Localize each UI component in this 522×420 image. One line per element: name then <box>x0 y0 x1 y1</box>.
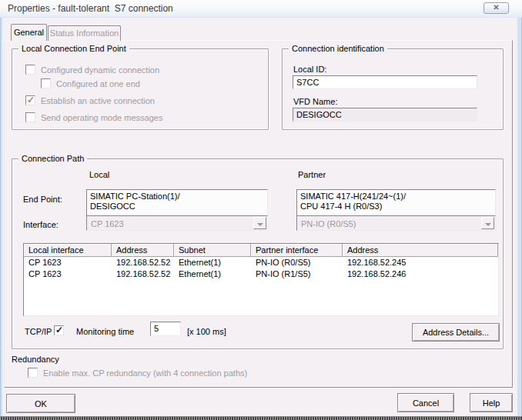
col-local-interface[interactable]: Local interface <box>24 244 112 257</box>
monitoring-time-input[interactable]: 5 <box>150 322 181 336</box>
checkbox-label: Establish an active connection <box>41 96 155 105</box>
interface-table: Local interface Address Subnet Partner i… <box>23 243 499 316</box>
cancel-button[interactable]: Cancel <box>397 393 454 412</box>
checkbox-send-operating-mode-messages[interactable]: Send operating mode messages <box>25 112 162 122</box>
interface-partner-value: PN-IO (R0/S5) <box>301 219 356 228</box>
col-subnet[interactable]: Subnet <box>174 244 251 257</box>
close-icon[interactable]: ✕ <box>484 2 509 14</box>
end-point-local-field: SIMATIC PC-Station(1)/ DESIGOCC <box>86 189 268 217</box>
monitoring-time-label: Monitoring time <box>76 327 134 337</box>
end-point-local-line1: SIMATIC PC-Station(1)/ <box>90 192 264 202</box>
tcpip-label: TCP/IP <box>25 327 52 337</box>
end-point-local-line2: DESIGOCC <box>90 202 264 212</box>
help-button[interactable]: Help <box>470 393 513 412</box>
checkbox-box[interactable] <box>25 112 35 122</box>
checkbox-label: Enable max. CP redundancy (with 4 connec… <box>43 368 247 378</box>
table-cell: 192.168.52.245 <box>343 257 498 268</box>
checkbox-label: Configured dynamic connection <box>41 65 159 75</box>
interface-partner-combobox[interactable]: PN-IO (R0/S5) <box>296 215 496 231</box>
interface-local-combobox[interactable]: CP 1623 <box>86 215 268 231</box>
interface-local-value: CP 1623 <box>91 219 124 228</box>
group-connection-identification: Connection identification Local ID: S7CC… <box>282 48 504 130</box>
group-local-connection-end-point: Local Connection End Point Configured dy… <box>12 48 269 130</box>
partner-column-label: Partner <box>298 170 326 180</box>
table-header-row: Local interface Address Subnet Partner i… <box>24 244 498 257</box>
table-cell: CP 1623 <box>24 268 112 280</box>
end-point-partner-field: SIMATIC 417-H(241/24~(1)/ CPU 417-4 H (R… <box>296 189 496 217</box>
table-cell: CP 1623 <box>24 257 112 268</box>
redundancy-title: Redundancy <box>12 355 59 365</box>
group-connection-path: Connection Path Local Partner End Point:… <box>12 158 504 349</box>
address-details-button[interactable]: Address Details... <box>412 323 500 342</box>
checkbox-enable-max-cp-redundancy[interactable]: Enable max. CP redundancy (with 4 connec… <box>28 368 247 378</box>
local-id-input[interactable]: S7CC <box>293 75 477 89</box>
checkbox-box[interactable] <box>25 65 35 75</box>
table-cell: 192.168.52.52 <box>112 268 174 280</box>
checkbox-configured-dynamic-connection[interactable]: Configured dynamic connection <box>25 65 159 75</box>
table-cell: Ethernet(1) <box>174 257 251 268</box>
tab-page-general: Local Connection End Point Configured dy… <box>4 40 513 388</box>
local-id-label: Local ID: <box>293 65 326 75</box>
col-partner-interface[interactable]: Partner interface <box>251 244 343 257</box>
table-cell: PN-IO (R1/S5) <box>251 268 343 280</box>
vfd-name-input: DESIGOCC <box>293 108 477 122</box>
end-point-partner-line2: CPU 417-4 H (R0/S3) <box>300 202 492 212</box>
table-row[interactable]: CP 1623 192.168.52.52 Ethernet(1) PN-IO … <box>24 268 498 280</box>
table-cell: 192.168.52.246 <box>343 268 498 280</box>
checkbox-box[interactable] <box>28 368 38 378</box>
col-address-2[interactable]: Address <box>343 244 498 257</box>
screen-bottom-edge <box>0 416 522 420</box>
end-point-label: End Point: <box>23 195 62 205</box>
group-title: Connection identification <box>289 44 387 54</box>
group-title: Local Connection End Point <box>18 44 129 54</box>
checkbox-label: Configured at one end <box>56 79 140 88</box>
monitoring-time-unit-label: [x 100 ms] <box>187 327 226 337</box>
tcpip-checkbox[interactable] <box>54 325 64 335</box>
table-cell: Ethernet(1) <box>174 268 251 280</box>
screenshot-root: Properties - fault-tolerant S7 connectio… <box>0 0 522 420</box>
window-title: Properties - fault-tolerant S7 connectio… <box>8 0 173 17</box>
table-row[interactable]: CP 1623 192.168.52.52 Ethernet(1) PN-IO … <box>24 257 498 268</box>
ok-button[interactable]: OK <box>6 394 75 413</box>
checkbox-establish-active-connection[interactable]: Establish an active connection <box>25 95 155 105</box>
end-point-partner-line1: SIMATIC 417-H(241/24~(1)/ <box>300 192 492 202</box>
tab-status-information[interactable]: Status Information <box>48 25 121 41</box>
local-column-label: Local <box>89 170 109 180</box>
tab-general[interactable]: General <box>11 24 47 41</box>
title-bar: Properties - fault-tolerant S7 connectio… <box>0 0 522 18</box>
interface-label: Interface: <box>23 220 59 230</box>
vfd-name-label: VFD Name: <box>293 97 337 107</box>
checkbox-box[interactable] <box>25 95 35 105</box>
checkbox-box[interactable] <box>41 78 51 88</box>
chevron-down-icon[interactable] <box>481 217 494 229</box>
checkbox-label: Send operating mode messages <box>41 113 162 122</box>
checkbox-configured-at-one-end[interactable]: Configured at one end <box>41 78 140 88</box>
group-title: Connection Path <box>18 154 87 164</box>
table-cell: PN-IO (R0/S5) <box>251 257 343 268</box>
table-cell: 192.168.52.52 <box>112 257 174 268</box>
chevron-down-icon[interactable] <box>253 217 266 229</box>
col-address[interactable]: Address <box>112 244 174 257</box>
